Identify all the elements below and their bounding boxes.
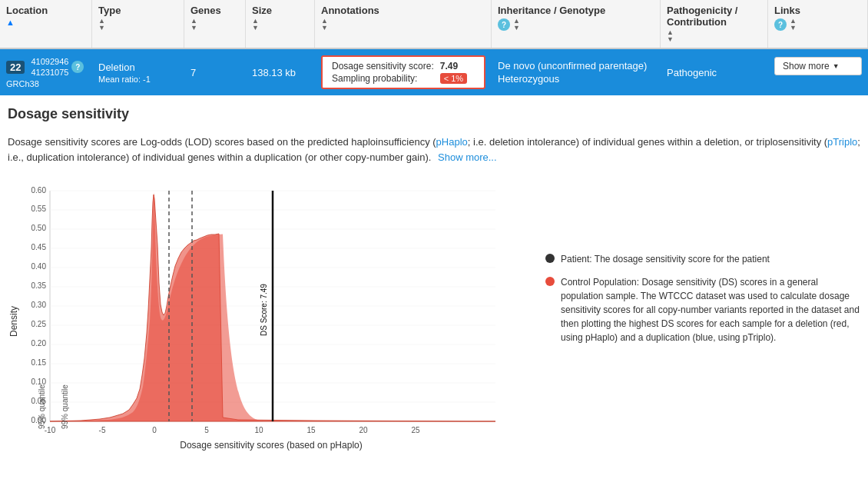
svg-text:10: 10 — [254, 426, 263, 434]
mean-ratio: Mean ratio: -1 — [98, 75, 178, 84]
phaplo-link[interactable]: pHaplo — [436, 136, 468, 148]
sort-arrows-genes[interactable]: ▲▼ — [190, 18, 197, 32]
svg-text:-5: -5 — [99, 426, 106, 434]
chart-area: Density 0.60 0.55 0.50 0.45 0.40 0.35 0.… — [8, 175, 530, 460]
svg-text:0.40: 0.40 — [31, 262, 47, 271]
inheritance-help-icon[interactable]: ? — [498, 18, 510, 31]
ds-score-label: DS Score: 7.49 — [260, 284, 268, 336]
svg-text:0.55: 0.55 — [31, 205, 47, 213]
dosage-score-value: 7.49 — [437, 60, 470, 72]
svg-text:0.60: 0.60 — [31, 186, 47, 195]
svg-text:15: 15 — [306, 426, 316, 434]
sampling-prob-value: < 1% — [440, 73, 467, 84]
sampling-prob-label: Sampling probability: — [329, 72, 437, 85]
col-header-genes: Genes ▲▼ — [184, 0, 246, 48]
links-help-icon[interactable]: ? — [774, 18, 787, 31]
svg-text:0.25: 0.25 — [31, 320, 47, 328]
coordinates: 41092946 41231075 — [31, 56, 68, 78]
show-more-button[interactable]: Show more — [774, 57, 862, 75]
legend-control: Control Population: Dosage sensitivity (… — [545, 275, 860, 344]
sort-arrows-inheritance[interactable]: ▲▼ — [513, 18, 520, 32]
col-header-type: Type ▲▼ — [92, 0, 184, 48]
sort-arrows-size[interactable]: ▲▼ — [252, 18, 259, 32]
cell-location: 22 41092946 41231075 ? GRCh38 — [0, 49, 92, 95]
genome-build: GRCh38 — [6, 79, 86, 88]
location-help-icon[interactable]: ? — [71, 61, 84, 73]
cell-annotations: Dosage sensitivity score: 7.49 Sampling … — [315, 49, 492, 95]
svg-text:0.15: 0.15 — [31, 358, 47, 367]
cell-pathogenicity: Pathogenic — [661, 49, 768, 95]
svg-text:0: 0 — [152, 426, 157, 434]
svg-text:0.20: 0.20 — [31, 339, 47, 348]
patient-legend-text: Patient: The dosage sensitivity score fo… — [561, 252, 770, 266]
col-header-inheritance: Inheritance / Genotype ? ▲▼ — [492, 0, 661, 48]
quantile-95-label: 95% quantile — [38, 384, 46, 429]
col-header-links: Links ? ▲▼ — [768, 0, 868, 48]
chart-container: Density 0.60 0.55 0.50 0.45 0.40 0.35 0.… — [0, 175, 868, 475]
cell-inheritance: De novo (unconfirmed parentage) Heterozy… — [492, 49, 661, 95]
variant-size: 138.13 kb — [252, 67, 309, 78]
col-header-location: Location ▲ — [0, 0, 92, 48]
svg-text:25: 25 — [411, 426, 420, 434]
control-legend-text: Control Population: Dosage sensitivity (… — [561, 275, 860, 344]
inheritance-value: De novo (unconfirmed parentage) — [498, 60, 654, 72]
dosage-score-label: Dosage sensitivity score: — [329, 60, 437, 72]
sort-arrows-pathogenicity[interactable]: ▲▼ — [667, 29, 674, 43]
table-header: Location ▲ Type ▲▼ Genes ▲▼ Size ▲▼ Anno… — [0, 0, 868, 49]
sort-arrows-type[interactable]: ▲▼ — [98, 18, 105, 32]
svg-text:0.35: 0.35 — [31, 281, 47, 290]
svg-text:0.30: 0.30 — [31, 301, 47, 309]
annotations-box: Dosage sensitivity score: 7.49 Sampling … — [321, 55, 485, 89]
gene-count: 7 — [190, 67, 240, 78]
section-title: Dosage sensitivity — [0, 95, 868, 128]
col-header-pathogenicity: Pathogenicity / Contribution ▲▼ — [661, 0, 768, 48]
chromosome-badge: 22 — [6, 61, 25, 74]
pathogenicity-value: Pathogenic — [667, 67, 762, 78]
description-text: Dosage sensitivity scores are Log-odds (… — [0, 128, 868, 175]
variant-type: Deletion — [98, 62, 178, 73]
cell-genes: 7 — [184, 49, 246, 95]
patient-dot — [545, 254, 555, 263]
svg-text:20: 20 — [359, 426, 368, 434]
sort-arrows-annotations[interactable]: ▲▼ — [321, 18, 328, 32]
table-row: 22 41092946 41231075 ? GRCh38 Deletion M… — [0, 49, 868, 95]
density-chart: Density 0.60 0.55 0.50 0.45 0.40 0.35 0.… — [8, 175, 530, 460]
cell-links: Show more — [768, 49, 868, 95]
chart-legend: Patient: The dosage sensitivity score fo… — [545, 175, 860, 460]
show-more-link[interactable]: Show more... — [438, 151, 497, 163]
svg-text:-10: -10 — [45, 426, 56, 434]
sort-arrow-location[interactable]: ▲ — [6, 18, 15, 27]
svg-text:5: 5 — [204, 426, 209, 434]
x-axis-label: Dosage sensitivity scores (based on pHap… — [180, 440, 362, 451]
y-axis-label: Density — [8, 306, 19, 337]
cell-size: 138.13 kb — [246, 49, 315, 95]
svg-text:0.45: 0.45 — [31, 243, 47, 251]
ptriplo-link[interactable]: pTriplo — [827, 136, 857, 148]
col-header-annotations: Annotations ▲▼ — [315, 0, 492, 48]
cell-type: Deletion Mean ratio: -1 — [92, 49, 184, 95]
genotype-value: Heterozygous — [498, 73, 654, 85]
col-header-size: Size ▲▼ — [246, 0, 315, 48]
legend-patient: Patient: The dosage sensitivity score fo… — [545, 252, 860, 266]
sort-arrows-links[interactable]: ▲▼ — [790, 18, 797, 32]
svg-text:0.50: 0.50 — [31, 224, 47, 232]
quantile-99-label: 99% quantile — [61, 384, 69, 429]
control-dot — [545, 277, 555, 286]
